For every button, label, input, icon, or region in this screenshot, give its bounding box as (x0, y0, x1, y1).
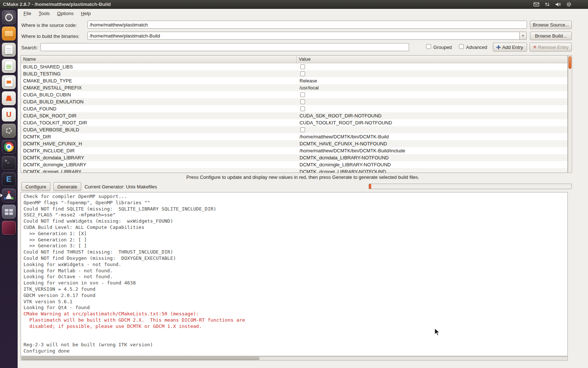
search-label: Search: (21, 45, 38, 50)
table-row[interactable]: CMAKE_BUILD_TYPERelease (21, 77, 567, 84)
log-line (24, 336, 565, 342)
cache-entry-value[interactable]: DCMTK_dcmdata_LIBRARY-NOTFOUND (297, 154, 567, 161)
table-row[interactable]: CUDA_TOOLKIT_ROOT_DIRCUDA_TOOLKIT_ROOT_D… (21, 119, 567, 126)
menu-mnemonic: F (24, 11, 26, 16)
value-checkbox[interactable] (300, 71, 305, 76)
log-horizontal-scrollbar[interactable] (21, 356, 568, 361)
value-checkbox[interactable] (300, 127, 305, 132)
table-row[interactable]: CMAKE_INSTALL_PREFIX/usr/local (21, 84, 567, 91)
table-row[interactable]: DCMTK_dcmdata_LIBRARYDCMTK_dcmdata_LIBRA… (21, 154, 567, 161)
status-hint: Press Configure to update and display ne… (18, 174, 588, 180)
table-row[interactable]: CUDA_VERBOSE_BUILD (21, 126, 567, 133)
column-header-value[interactable]: Value (297, 56, 567, 63)
build-path-dropdown[interactable]: ▾ (519, 32, 527, 40)
cache-entry-value[interactable]: DCMTK_HAVE_CFUNIX_H-NOTFOUND (297, 140, 567, 147)
cache-entry-value[interactable] (297, 70, 567, 77)
table-row[interactable]: DCMTK_dcmnet_LIBRARYDCMTK_dcmnet_LIBRARY… (21, 168, 567, 173)
advanced-checkbox[interactable] (459, 44, 464, 49)
menu-tools[interactable]: Tools (35, 10, 53, 17)
browse-build-button[interactable]: Browse Build... (530, 32, 572, 40)
menu-mnemonic: O (57, 11, 61, 16)
source-path-label: Where is the source code: (21, 22, 77, 28)
launcher-item-app-e[interactable]: E (2, 172, 16, 186)
log-line: Could NOT find SQLITE (missing: SQLITE_L… (24, 206, 565, 212)
launcher-item-libreoffice-impress[interactable] (2, 75, 16, 89)
grouped-checkbox-label: Grouped (433, 45, 452, 50)
table-scrollbar-thumb[interactable] (569, 56, 571, 69)
value-checkbox[interactable] (300, 64, 305, 69)
launcher-item-cmake[interactable] (2, 188, 16, 202)
output-log[interactable]: Check for compiler OpenMP support...Open… (21, 192, 568, 356)
search-input[interactable] (40, 43, 409, 51)
cache-entry-name: CUDA_BUILD_EMULATION (21, 98, 297, 105)
cache-entry-value[interactable] (297, 105, 567, 112)
browse-source-button[interactable]: Browse Source... (530, 21, 572, 29)
source-path-input[interactable] (87, 21, 527, 29)
focused-app-arrow-icon (0, 194, 3, 197)
network-icon[interactable] (544, 1, 550, 7)
menu-mnemonic: T (39, 11, 41, 16)
table-row[interactable]: CUDA_BUILD_CUBIN (21, 91, 567, 98)
launcher-item-terminal[interactable]: >_ (2, 156, 16, 170)
cache-entry-value[interactable]: Release (297, 77, 567, 84)
session-icon[interactable] (566, 1, 572, 7)
menu-mnemonic: H (81, 11, 84, 16)
menu-file[interactable]: File (20, 10, 35, 17)
cache-entry-value[interactable] (297, 126, 567, 133)
value-checkbox[interactable] (300, 92, 305, 97)
generate-button[interactable]: Generate (53, 182, 81, 191)
launcher-item-text-editor[interactable] (2, 43, 16, 57)
log-warning-line: disabled; if possible, please use DCMTK … (24, 323, 565, 330)
table-row[interactable]: BUILD_SHARED_LIBS (21, 63, 567, 70)
launcher-item-dash-home[interactable] (2, 10, 16, 24)
cache-entry-value[interactable]: CUDA_TOOLKIT_ROOT_DIR-NOTFOUND (297, 119, 567, 126)
table-row[interactable]: CUDA_SDK_ROOT_DIRCUDA_SDK_ROOT_DIR-NOTFO… (21, 112, 567, 119)
menu-options[interactable]: Options (53, 10, 77, 17)
cache-entry-name: DCMTK_INCLUDE_DIR (21, 147, 297, 154)
cache-entry-value[interactable]: /home/matthew/DCMTK/bin/DCMTK-Build/incl… (297, 147, 567, 154)
top-panel: CMake 2.8.7 - /home/matthew/plastimatch-… (0, 0, 588, 9)
cache-entry-value[interactable]: DCMTK_dcmnet_LIBRARY-NOTFOUND (297, 168, 567, 173)
cache-entry-value[interactable] (297, 98, 567, 105)
table-row[interactable]: DCMTK_dcmimgle_LIBRARYDCMTK_dcmimgle_LIB… (21, 161, 567, 168)
launcher-item-workspace-switcher[interactable] (2, 205, 16, 219)
cache-entry-value[interactable]: /usr/local (297, 84, 567, 91)
value-checkbox[interactable] (300, 106, 305, 111)
menu-help[interactable]: Help (77, 10, 94, 17)
grouped-checkbox[interactable] (426, 44, 431, 49)
launcher-item-files[interactable] (2, 26, 16, 40)
launcher-item-libreoffice-calc[interactable] (2, 59, 16, 73)
table-row[interactable]: DCMTK_DIR/home/matthew/DCMTK/bin/DCMTK-B… (21, 133, 567, 140)
add-entry-button[interactable]: Add Entry (493, 43, 527, 52)
cache-entry-value[interactable]: CUDA_SDK_ROOT_DIR-NOTFOUND (297, 112, 567, 119)
system-tray (533, 0, 572, 9)
remove-entry-button: ✖ Remove Entry (530, 43, 572, 52)
cache-entry-value[interactable] (297, 91, 567, 98)
cache-entry-value[interactable] (297, 63, 567, 70)
column-header-name[interactable]: Name (21, 56, 297, 63)
mail-icon[interactable] (533, 1, 539, 7)
value-checkbox[interactable] (300, 99, 305, 104)
launcher-item-software-center[interactable] (2, 91, 16, 105)
launcher-item-ubuntu-one[interactable]: U (2, 107, 16, 121)
build-path-input[interactable] (87, 32, 520, 40)
table-scrollbar[interactable] (568, 55, 572, 173)
log-horizontal-scrollbar-thumb[interactable] (21, 357, 259, 360)
current-generator-label: Current Generator: Unix Makefiles (85, 184, 157, 190)
window-title: CMake 2.8.7 - /home/matthew/plastimatch-… (3, 1, 111, 7)
cache-entry-value[interactable]: DCMTK_dcmimgle_LIBRARY-NOTFOUND (297, 161, 567, 168)
cache-entry-value[interactable]: /home/matthew/DCMTK/bin/DCMTK-Build (297, 133, 567, 140)
table-row[interactable]: DCMTK_HAVE_CFUNIX_HDCMTK_HAVE_CFUNIX_H-N… (21, 140, 567, 147)
launcher-item-system-settings[interactable] (2, 124, 16, 138)
launcher-item-media-player[interactable] (2, 221, 16, 235)
table-row[interactable]: CUDA_BUILD_EMULATION (21, 98, 567, 105)
table-row[interactable]: CUDA_FOUND (21, 105, 567, 112)
cache-table[interactable]: Name Value BUILD_SHARED_LIBSBUILD_TESTIN… (21, 55, 568, 173)
table-row[interactable]: BUILD_TESTING (21, 70, 567, 77)
table-row[interactable]: DCMTK_INCLUDE_DIR/home/matthew/DCMTK/bin… (21, 147, 567, 154)
volume-icon[interactable] (555, 1, 561, 7)
configure-button[interactable]: Configure (21, 182, 50, 191)
log-line: Configuring done (24, 348, 565, 354)
log-line: Looking for version in svn - found 4638 (24, 280, 565, 286)
launcher-item-chromium[interactable] (2, 140, 16, 154)
